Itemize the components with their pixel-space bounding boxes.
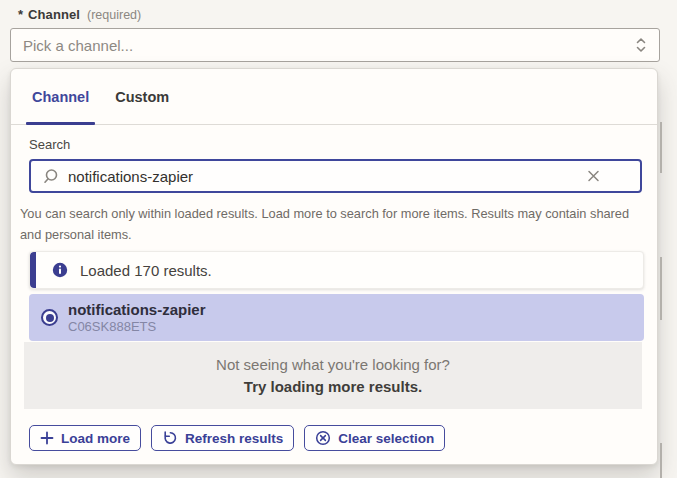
background-field-edge xyxy=(660,257,662,320)
circle-x-icon xyxy=(315,430,331,446)
field-label: *Channel(required) xyxy=(18,7,141,22)
search-field xyxy=(29,159,642,193)
result-row-selected[interactable]: notifications-zapier C06SK888ETS xyxy=(29,294,644,341)
slack-channel-picker: *Channel(required) Pick a channel... Cha… xyxy=(0,0,677,478)
tab-custom-label: Custom xyxy=(115,89,169,105)
tab-channel-label: Channel xyxy=(32,89,89,105)
banner-text: Loaded 170 results. xyxy=(80,262,212,279)
search-icon xyxy=(42,168,59,185)
clear-search-icon[interactable] xyxy=(587,170,600,183)
hint-line2: Try loading more results. xyxy=(244,378,422,395)
clear-selection-button[interactable]: Clear selection xyxy=(304,425,445,451)
tab-channel[interactable]: Channel xyxy=(26,69,95,124)
select-placeholder: Pick a channel... xyxy=(23,37,133,54)
load-more-label: Load more xyxy=(61,431,130,446)
loaded-results-banner: Loaded 170 results. xyxy=(29,251,644,289)
info-icon xyxy=(52,262,68,278)
required-hint: (required) xyxy=(87,8,141,22)
search-input[interactable] xyxy=(68,161,640,191)
radio-selected-icon[interactable] xyxy=(41,309,58,326)
hint-line1: Not seeing what you're looking for? xyxy=(216,356,450,373)
tab-bar: Channel Custom xyxy=(11,69,657,125)
field-label-text: Channel xyxy=(28,7,80,22)
banner-accent-bar xyxy=(30,252,36,288)
search-helper-text: You can search only within loaded result… xyxy=(20,203,643,245)
tab-custom[interactable]: Custom xyxy=(109,69,175,124)
result-title: notifications-zapier xyxy=(68,301,206,319)
required-asterisk: * xyxy=(18,7,23,22)
channel-select[interactable]: Pick a channel... xyxy=(10,28,660,62)
search-label: Search xyxy=(29,137,657,155)
result-subtitle: C06SK888ETS xyxy=(68,319,206,335)
load-more-hint: Not seeing what you're looking for? Try … xyxy=(24,342,642,409)
chevron-up-down-icon xyxy=(635,35,647,55)
plus-icon xyxy=(40,431,54,445)
background-field-edge xyxy=(660,443,662,478)
actions-bar: Load more Refresh results Clear selectio… xyxy=(29,425,657,451)
refresh-results-label: Refresh results xyxy=(185,431,283,446)
load-more-button[interactable]: Load more xyxy=(29,425,141,451)
clear-selection-label: Clear selection xyxy=(338,431,434,446)
background-field-edge xyxy=(660,122,662,173)
channel-dropdown-panel: Channel Custom Search You can search onl… xyxy=(10,68,658,465)
refresh-results-button[interactable]: Refresh results xyxy=(151,425,294,451)
refresh-arrow-icon xyxy=(162,430,178,446)
